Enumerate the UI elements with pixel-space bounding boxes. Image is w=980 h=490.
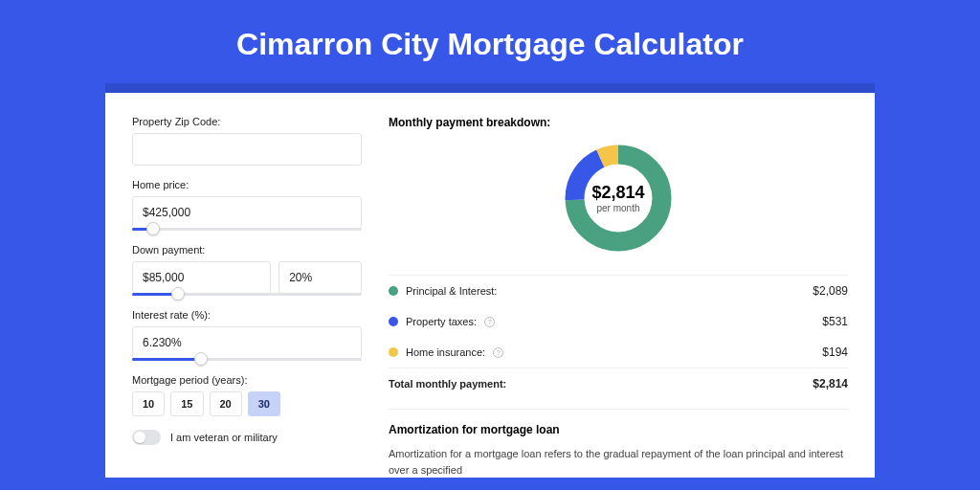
home-price-slider[interactable] [132, 228, 362, 231]
info-icon[interactable]: ? [493, 347, 503, 358]
legend-row: Property taxes:?$531 [389, 306, 848, 337]
legend-label: Property taxes: [406, 316, 477, 327]
veteran-label: I am veteran or military [170, 432, 278, 443]
info-icon[interactable]: ? [484, 317, 495, 327]
down-payment-slider[interactable] [132, 293, 362, 296]
down-payment-pct-input[interactable] [278, 261, 362, 294]
amortization-title: Amortization for mortgage loan [389, 423, 848, 436]
legend-value: $531 [822, 315, 848, 328]
zip-label: Property Zip Code: [132, 116, 362, 127]
interest-input[interactable] [132, 326, 362, 359]
home-price-input[interactable] [132, 196, 362, 229]
donut-center: $2,814 per month [561, 141, 676, 256]
zip-input[interactable] [132, 133, 362, 166]
donut-sub: per month [596, 203, 639, 213]
breakdown-title: Monthly payment breakdown: [389, 116, 848, 129]
slider-thumb[interactable] [194, 352, 208, 366]
legend-row: Home insurance:?$194 [389, 337, 848, 368]
legend-total-row: Total monthly payment:$2,814 [389, 368, 848, 399]
home-price-field: Home price: [132, 179, 362, 231]
slider-fill [132, 358, 201, 361]
donut-amount: $2,814 [591, 183, 644, 203]
breakdown-panel: Monthly payment breakdown: $2,814 per mo… [389, 116, 848, 478]
down-payment-field: Down payment: [132, 244, 362, 296]
slider-thumb[interactable] [146, 222, 160, 235]
period-btn-15[interactable]: 15 [170, 391, 203, 416]
interest-label: Interest rate (%): [132, 309, 362, 321]
form-panel: Property Zip Code: Home price: Down paym… [132, 116, 362, 478]
donut-wrap: $2,814 per month [389, 141, 848, 256]
calculator-card: Property Zip Code: Home price: Down paym… [105, 93, 875, 478]
down-payment-input[interactable] [132, 261, 271, 294]
veteran-toggle[interactable] [132, 430, 161, 445]
period-label: Mortgage period (years): [132, 374, 362, 386]
interest-slider[interactable] [132, 358, 362, 361]
home-price-label: Home price: [132, 179, 362, 190]
legend-value: $2,089 [813, 284, 848, 298]
period-btn-20[interactable]: 20 [210, 391, 242, 416]
legend-value: $194 [822, 345, 848, 359]
veteran-row: I am veteran or military [132, 430, 362, 445]
slider-thumb[interactable] [171, 287, 185, 301]
legend: Principal & Interest:$2,089Property taxe… [389, 275, 848, 399]
amortization-section: Amortization for mortgage loan Amortizat… [389, 409, 848, 478]
toggle-knob [134, 432, 145, 443]
donut-chart: $2,814 per month [561, 141, 676, 256]
legend-label: Home insurance: [406, 346, 485, 358]
interest-field: Interest rate (%): [132, 309, 362, 361]
down-payment-label: Down payment: [132, 244, 362, 256]
period-buttons: 10152030 [132, 391, 362, 416]
total-value: $2,814 [813, 377, 848, 390]
legend-label: Principal & Interest: [406, 285, 497, 297]
card-shadow: Property Zip Code: Home price: Down paym… [105, 83, 875, 478]
amortization-text: Amortization for a mortgage loan refers … [389, 446, 848, 478]
legend-dot [389, 317, 398, 326]
period-field: Mortgage period (years): 10152030 [132, 374, 362, 416]
legend-dot [389, 347, 398, 357]
period-btn-30[interactable]: 30 [248, 391, 280, 416]
total-label: Total monthly payment: [389, 378, 506, 390]
zip-field: Property Zip Code: [132, 116, 362, 166]
page-title: Cimarron City Mortgage Calculator [0, 0, 980, 83]
legend-dot [389, 286, 398, 296]
period-btn-10[interactable]: 10 [132, 391, 165, 416]
legend-row: Principal & Interest:$2,089 [389, 276, 848, 306]
